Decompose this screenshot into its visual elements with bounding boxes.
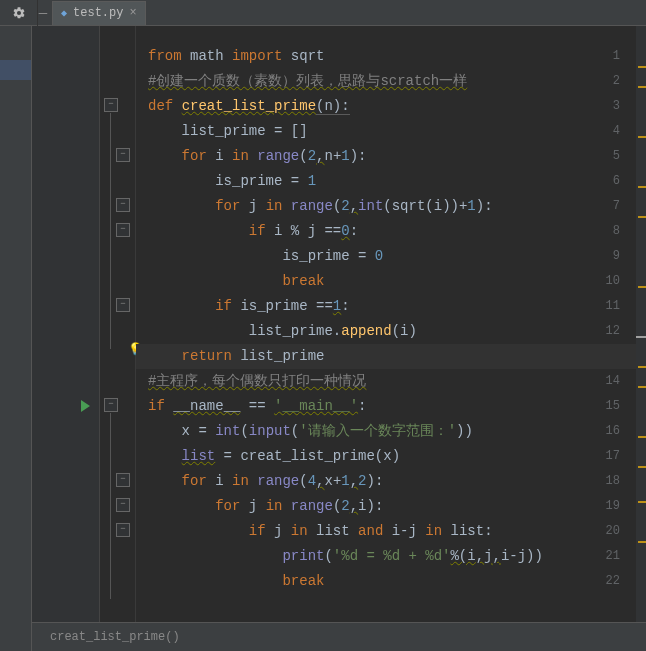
toolbar-separator: — bbox=[38, 5, 48, 21]
project-strip-selection bbox=[0, 60, 31, 80]
editor-tab[interactable]: ◆ test.py × bbox=[52, 1, 146, 25]
code-line[interactable]: if __name__ == '__main__': bbox=[136, 394, 646, 419]
code-line[interactable]: list_prime = [] bbox=[136, 119, 646, 144]
warning-marker[interactable] bbox=[638, 501, 646, 503]
code-editor[interactable]: 1 2 3 4 5 6 7 8 9 10 11 12 13 14 15 16 1… bbox=[32, 26, 646, 651]
fold-guide bbox=[110, 113, 111, 349]
code-line[interactable]: list = creat_list_prime(x) bbox=[136, 444, 646, 469]
warning-marker[interactable] bbox=[638, 216, 646, 218]
python-file-icon: ◆ bbox=[61, 7, 67, 19]
fold-toggle-icon[interactable]: − bbox=[116, 498, 130, 512]
breadcrumb-bar[interactable]: creat_list_prime() bbox=[32, 622, 646, 651]
fold-toggle-icon[interactable]: − bbox=[116, 298, 130, 312]
code-line[interactable]: is_prime = 0 bbox=[136, 244, 646, 269]
warning-marker[interactable] bbox=[638, 66, 646, 68]
warning-marker[interactable] bbox=[638, 186, 646, 188]
tab-filename: test.py bbox=[73, 6, 123, 20]
breadcrumb-item[interactable]: creat_list_prime() bbox=[50, 630, 180, 644]
warning-marker[interactable] bbox=[638, 541, 646, 543]
warning-marker[interactable] bbox=[638, 466, 646, 468]
fold-toggle-icon[interactable]: − bbox=[104, 398, 118, 412]
code-line[interactable]: #主程序，每个偶数只打印一种情况 bbox=[136, 369, 646, 394]
caret-marker[interactable] bbox=[636, 336, 646, 338]
fold-toggle-icon[interactable]: − bbox=[116, 223, 130, 237]
fold-toggle-icon[interactable]: − bbox=[116, 198, 130, 212]
warning-marker[interactable] bbox=[638, 366, 646, 368]
code-line[interactable]: for j in range(2,i): bbox=[136, 494, 646, 519]
warning-marker[interactable] bbox=[638, 286, 646, 288]
line-number-gutter[interactable] bbox=[32, 26, 100, 651]
error-stripe[interactable] bbox=[636, 26, 646, 622]
code-line[interactable]: if i % j ==0: bbox=[136, 219, 646, 244]
code-line[interactable]: for i in range(2,n+1): bbox=[136, 144, 646, 169]
code-line[interactable]: for i in range(4,x+1,2): bbox=[136, 469, 646, 494]
code-line[interactable]: is_prime = 1 bbox=[136, 169, 646, 194]
code-line[interactable]: list_prime.append(i) bbox=[136, 319, 646, 344]
code-line[interactable]: if is_prime ==1: bbox=[136, 294, 646, 319]
fold-toggle-icon[interactable]: − bbox=[116, 148, 130, 162]
fold-column[interactable] bbox=[100, 26, 136, 651]
code-line[interactable]: def creat_list_prime(n): bbox=[136, 94, 646, 119]
fold-toggle-icon[interactable]: − bbox=[116, 523, 130, 537]
code-line[interactable]: x = int(input('请输入一个数字范围：')) bbox=[136, 419, 646, 444]
code-area[interactable]: from math import sqrt #创建一个质数（素数）列表，思路与s… bbox=[136, 26, 646, 622]
code-line[interactable]: if j in list and i-j in list: bbox=[136, 519, 646, 544]
code-line[interactable]: break bbox=[136, 269, 646, 294]
code-line[interactable]: from math import sqrt bbox=[136, 44, 646, 69]
code-line[interactable]: return list_prime bbox=[136, 344, 646, 369]
fold-toggle-icon[interactable]: − bbox=[104, 98, 118, 112]
fold-guide bbox=[110, 413, 111, 599]
settings-gear[interactable] bbox=[0, 0, 38, 26]
warning-marker[interactable] bbox=[638, 136, 646, 138]
close-tab-icon[interactable]: × bbox=[129, 6, 136, 20]
code-line[interactable]: break bbox=[136, 569, 646, 594]
warning-marker[interactable] bbox=[638, 436, 646, 438]
warning-marker[interactable] bbox=[638, 86, 646, 88]
code-line[interactable]: for j in range(2,int(sqrt(i))+1): bbox=[136, 194, 646, 219]
project-tool-strip[interactable] bbox=[0, 26, 32, 651]
run-gutter-icon[interactable] bbox=[81, 400, 90, 412]
code-line[interactable]: #创建一个质数（素数）列表，思路与scratch一样 bbox=[136, 69, 646, 94]
warning-marker[interactable] bbox=[638, 386, 646, 388]
fold-toggle-icon[interactable]: − bbox=[116, 473, 130, 487]
code-line[interactable]: print('%d = %d + %d'%(i,j,i-j)) bbox=[136, 544, 646, 569]
